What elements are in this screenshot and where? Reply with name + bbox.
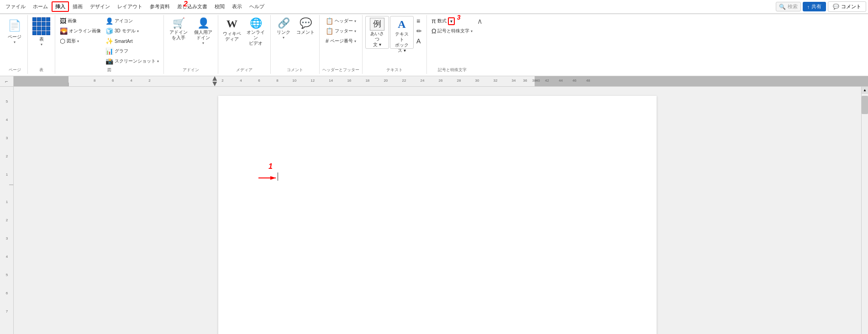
footer-btn[interactable]: 📋 フッター ▾ [324, 26, 358, 36]
svg-text:24: 24 [420, 78, 424, 83]
online-image-icon: 🌄 [60, 27, 68, 35]
screenshot-icon: 📸 [105, 57, 113, 65]
table-btn[interactable]: 表 ▾ [31, 16, 52, 49]
left-ruler: 5 4 3 2 1 1 2 3 4 5 6 7 [0, 87, 14, 334]
greeting-btn[interactable]: 例 あいさつ文 ▾ [365, 16, 389, 49]
smartart-btn[interactable]: ✨ SmartArt [104, 36, 161, 46]
menu-file[interactable]: ファイル [2, 1, 29, 12]
menu-insert[interactable]: 挿入 [52, 1, 69, 12]
comment-button[interactable]: 💬 コメント [828, 1, 866, 12]
textbox-btn[interactable]: A テキストボックス ▾ [390, 16, 414, 49]
scroll-up-icon: ▲ [863, 88, 867, 92]
menu-help[interactable]: ヘルプ [246, 1, 268, 12]
comment-ribbon-btn[interactable]: 💬 コメント [295, 16, 316, 49]
screenshot-btn[interactable]: 📸 スクリーンショット ▾ [104, 56, 161, 66]
page-icon: 📄 [6, 17, 23, 34]
svg-text:4: 4 [6, 255, 8, 259]
3d-label: 3D モデル [115, 28, 136, 34]
ribbon-group-addin: 🛒 アドインを入手 👤 個人用アドイン ▾ アドイン [164, 15, 218, 74]
comment-ribbon-label: コメント [296, 30, 315, 35]
share-button[interactable]: ↑ 共有 [803, 2, 826, 11]
table-grid-icon [32, 17, 50, 35]
link-group-label: コメント [287, 67, 303, 73]
icon-btn[interactable]: 👤 アイコン [104, 16, 161, 26]
personal-addin-label: 個人用アドイン [193, 30, 213, 41]
wikipedia-btn[interactable]: W ウィキペディア [221, 16, 243, 49]
personal-addin-btn[interactable]: 👤 個人用アドイン ▾ [191, 16, 215, 49]
document-area[interactable]: 1 [14, 87, 861, 334]
right-scrollbar[interactable]: ▲ [861, 87, 868, 334]
text-small-3[interactable]: A [415, 36, 424, 46]
chart-btn[interactable]: 📊 グラフ [104, 46, 161, 56]
menu-review[interactable]: 校閲 [211, 1, 228, 12]
page-number-btn[interactable]: # ページ番号 ▾ [324, 36, 358, 46]
figure-right-col: 👤 アイコン 🧊 3D モデル ▾ ✨ SmartArt 📊 グラフ [104, 16, 161, 66]
special-char-btn[interactable]: Ω 記号と特殊文字 ▾ [430, 26, 474, 36]
ribbon-group-link: 🔗 リンク ▾ 💬 コメント コメント [271, 15, 320, 74]
text-small-1[interactable]: ≡ [415, 16, 424, 26]
svg-text:7: 7 [6, 309, 8, 313]
screenshot-label: スクリーンショット [115, 58, 156, 64]
online-video-label: オンラインビデオ [246, 30, 266, 46]
shape-label: 図形 [67, 38, 76, 44]
menu-view[interactable]: 表示 [228, 1, 246, 12]
annotation-3: 3 [457, 14, 461, 21]
figure-left-col: 🖼 画像 🌄 オンライン画像 ⬡ 図形 ▾ [58, 16, 103, 46]
menu-layout[interactable]: レイアウト [114, 1, 146, 12]
smartart-label: SmartArt [115, 39, 132, 44]
search-area[interactable]: 🔍 検索 [776, 2, 801, 11]
text-small-2[interactable]: ✏ [415, 26, 424, 36]
footer-icon: 📋 [326, 27, 333, 35]
menu-draw[interactable]: 描画 [69, 1, 86, 12]
formula-icon: π [431, 17, 436, 25]
formula-btn[interactable]: π 数式 ▾ 3 [430, 16, 474, 26]
scroll-up-btn[interactable]: ▲ [862, 87, 868, 94]
ribbon-group-page: 📄 ページ ▾ ページ [2, 15, 28, 74]
ribbon-group-figure: 🖼 画像 🌄 オンライン画像 ⬡ 図形 ▾ [55, 15, 164, 74]
link-btn[interactable]: 🔗 リンク ▾ [274, 16, 294, 49]
get-addin-label: アドインを入手 [168, 30, 189, 41]
shape-btn[interactable]: ⬡ 図形 ▾ [58, 36, 103, 46]
formula-chevron-box[interactable]: ▾ [448, 17, 455, 25]
online-video-icon: 🌐 [250, 17, 262, 29]
ruler-corner[interactable]: ⌐ [0, 76, 14, 86]
scroll-thumb[interactable] [862, 96, 868, 114]
svg-text:1: 1 [6, 172, 8, 177]
svg-text:40: 40 [536, 78, 540, 83]
share-label: 共有 [811, 3, 821, 10]
header-footer-group-items: 📋 ヘッダー ▾ 📋 フッター ▾ # ページ番号 ▾ [324, 16, 358, 66]
title-bar: ファイル ホーム 挿入 描画 デザイン レイアウト 参考資料 差し込み文書 校閲… [0, 0, 868, 14]
online-video-btn[interactable]: 🌐 オンラインビデオ [244, 16, 268, 49]
search-label: 検索 [788, 3, 798, 10]
table-group-label: 表 [39, 67, 43, 73]
svg-text:30: 30 [475, 78, 479, 83]
chart-label: グラフ [115, 48, 128, 54]
ribbon: 📄 ページ ▾ ページ [0, 14, 868, 76]
svg-text:18: 18 [365, 78, 369, 83]
menu-mailings[interactable]: 差し込み文書 [174, 1, 211, 12]
menu-references[interactable]: 参考資料 [146, 1, 174, 12]
svg-text:4: 4 [6, 118, 8, 122]
ribbon-collapse-btn[interactable]: ∧ [477, 15, 483, 74]
page-btn[interactable]: 📄 ページ ▾ [5, 16, 25, 49]
page-chevron: ▾ [14, 40, 16, 45]
ribbon-content: 📄 ページ ▾ ページ [2, 15, 866, 74]
menu-design[interactable]: デザイン [86, 1, 114, 12]
image-btn[interactable]: 🖼 画像 [58, 16, 103, 26]
header-btn[interactable]: 📋 ヘッダー ▾ [324, 16, 358, 26]
annotation-2: 2 [184, 0, 188, 8]
ruler-track: 8 6 4 2 2 4 6 8 10 12 14 16 18 20 22 24 … [14, 76, 868, 86]
online-image-btn[interactable]: 🌄 オンライン画像 [58, 26, 103, 36]
online-image-label: オンライン画像 [69, 28, 101, 34]
collapse-icon: ∧ [477, 17, 483, 26]
menu-home[interactable]: ホーム [29, 1, 52, 12]
get-addin-btn[interactable]: 🛒 アドインを入手 [167, 16, 190, 49]
header-footer-col: 📋 ヘッダー ▾ 📋 フッター ▾ # ページ番号 ▾ [324, 16, 358, 46]
svg-text:36: 36 [523, 78, 527, 83]
svg-text:3: 3 [6, 136, 8, 140]
svg-rect-2 [68, 76, 535, 86]
search-icon: 🔍 [779, 4, 786, 10]
svg-text:6: 6 [6, 291, 8, 295]
svg-text:10: 10 [292, 78, 296, 83]
3d-model-btn[interactable]: 🧊 3D モデル ▾ [104, 26, 161, 36]
